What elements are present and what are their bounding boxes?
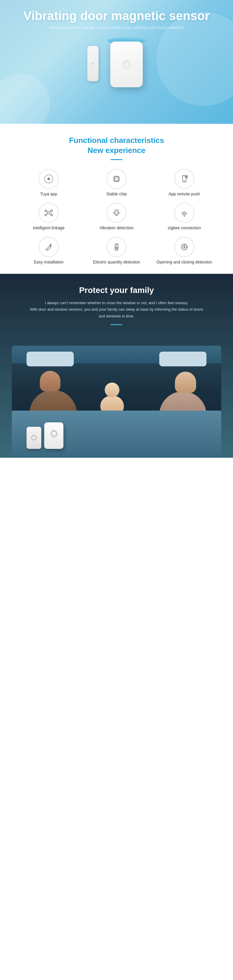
opening-closing-icon — [174, 237, 195, 257]
svg-point-21 — [187, 177, 187, 177]
hero-section: Vibrating door magnetic sensor Vibration… — [0, 0, 233, 124]
hero-subtitle: Vibration detection, linkage control, re… — [49, 25, 184, 30]
person-left-head — [40, 371, 61, 391]
features-section: Functional characteristics New experienc… — [0, 124, 233, 274]
feature-tuya-label: Tuya app — [40, 191, 57, 197]
features-title-line1: Functional characteristics — [69, 136, 164, 145]
vibration-detection-icon — [107, 203, 126, 223]
device-slim — [87, 46, 99, 81]
device-dot — [51, 430, 57, 436]
svg-rect-2 — [114, 177, 119, 181]
protect-section: Protect your family I always can't remem… — [0, 274, 233, 457]
svg-point-26 — [51, 214, 53, 216]
protect-text-line2: With door and window sensors, you and yo… — [30, 307, 203, 318]
protect-text-1: I always can't remember whether to close… — [28, 300, 205, 319]
protect-title: Protect your family — [12, 286, 221, 295]
device-overlay-small — [27, 427, 41, 449]
protect-divider — [111, 324, 122, 325]
feature-zigbee-connection: zigbee connection — [152, 203, 217, 231]
hero-title: Vibrating door magnetic sensor — [23, 9, 210, 23]
feature-push-label: App remote push — [169, 191, 200, 197]
svg-point-1 — [48, 178, 49, 180]
person-right-head — [175, 372, 196, 393]
feature-electric-label: Electric quantity detection — [93, 259, 140, 265]
electric-quantity-icon — [107, 237, 126, 257]
features-grid: Tuya app — [16, 169, 217, 265]
svg-point-42 — [184, 246, 185, 248]
svg-line-27 — [46, 211, 48, 212]
device-overlay-main — [44, 422, 64, 449]
feature-electric-quantity: Electric quantity detection — [84, 237, 149, 265]
hero-bg-circle-2 — [0, 74, 50, 124]
pillow-left — [27, 352, 74, 366]
features-title: Functional characteristics New experienc… — [9, 135, 224, 156]
bedroom-background — [12, 346, 221, 458]
blanket — [12, 410, 221, 458]
zigbee-connection-icon — [174, 203, 195, 223]
svg-line-29 — [46, 213, 48, 214]
svg-point-23 — [45, 210, 46, 212]
feature-intelligent-linkage: Intelligent linkage — [16, 203, 81, 231]
svg-rect-37 — [116, 243, 117, 244]
hero-devices — [87, 37, 146, 87]
svg-rect-38 — [115, 247, 118, 249]
svg-point-22 — [48, 212, 50, 214]
stable-chip-icon — [107, 169, 126, 189]
svg-line-35 — [46, 249, 46, 250]
svg-point-25 — [45, 214, 46, 216]
feature-stable-chip: Stable chip — [84, 169, 149, 197]
tuya-app-icon — [38, 169, 59, 189]
svg-line-28 — [49, 211, 51, 212]
features-divider — [111, 159, 122, 160]
baby-head — [105, 383, 120, 397]
feature-chip-label: Stable chip — [106, 191, 126, 197]
protect-image-area — [12, 334, 221, 458]
svg-line-44 — [185, 245, 186, 245]
feature-opening-closing: Opening and closing detection — [152, 237, 217, 265]
app-remote-push-icon — [174, 169, 195, 189]
feature-easy-installation: Easy installation — [16, 237, 81, 265]
feature-zigbee-label: zigbee connection — [168, 225, 201, 231]
svg-point-34 — [184, 216, 185, 217]
pillow-right — [159, 352, 206, 366]
device-button — [122, 60, 131, 69]
feature-opening-label: Opening and closing detection — [156, 259, 212, 265]
svg-line-30 — [49, 213, 51, 214]
feature-vibration-detection: Vibration detection — [84, 203, 149, 231]
feature-vibration-label: Vibration detection — [99, 225, 134, 231]
svg-rect-3 — [115, 177, 118, 180]
feature-tuya-app: Tuya app — [16, 169, 81, 197]
device-main — [110, 41, 143, 87]
feature-app-remote-push: App remote push — [152, 169, 217, 197]
feature-linkage-label: Intelligent linkage — [33, 225, 65, 231]
easy-installation-icon — [38, 237, 59, 257]
svg-point-24 — [51, 210, 53, 212]
protect-text-line1: I always can't remember whether to close… — [45, 301, 188, 305]
intelligent-linkage-icon — [38, 203, 59, 223]
features-title-line2: New experience — [88, 146, 146, 155]
feature-installation-label: Easy installation — [34, 259, 64, 265]
